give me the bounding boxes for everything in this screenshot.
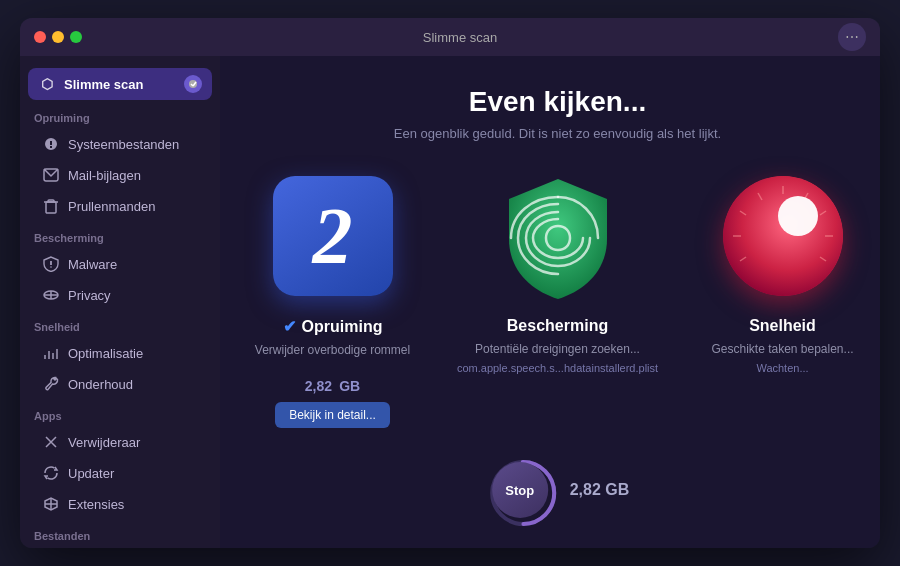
snelheid-icon-wrap [718,171,848,301]
close-button[interactable] [34,31,46,43]
prullenmanden-icon [42,197,60,215]
updater-icon [42,464,60,482]
sidebar-item-prullenmanden[interactable]: Prullenmanden [28,191,212,221]
stop-ring: Stop [486,456,554,524]
bescherming-icon [499,171,617,301]
traffic-lights [34,31,82,43]
snelheid-card-name: Snelheid [749,317,816,335]
updater-label: Updater [68,466,114,481]
mail-bijlagen-label: Mail-bijlagen [68,168,141,183]
section-opruiming: Opruiming [20,102,220,128]
sidebar-item-optimalisatie[interactable]: Optimalisatie [28,338,212,368]
stop-button[interactable]: Stop [492,462,548,518]
section-snelheid: Snelheid [20,311,220,337]
svg-point-31 [778,196,818,236]
content-area: ⬡ Slimme scan Opruiming Systeembestanden… [20,56,880,548]
bescherming-card-name: Bescherming [507,317,608,335]
sidebar-item-privacy[interactable]: Privacy [28,280,212,310]
sidebar-item-updater[interactable]: Updater [28,458,212,488]
malware-icon [42,255,60,273]
sidebar-item-slimme-scan[interactable]: ⬡ Slimme scan [28,68,212,100]
verwijderaar-icon [42,433,60,451]
optimalisatie-icon [42,344,60,362]
onderhoud-label: Onderhoud [68,377,133,392]
window-title: Slimme scan [82,30,838,45]
sidebar-item-malware[interactable]: Malware [28,249,212,279]
opruiming-check-icon: ✔ [283,317,296,336]
opruiming-card: 2 ✔ Opruiming Verwijder overbodige romme… [240,171,425,428]
malware-label: Malware [68,257,117,272]
titlebar: Slimme scan ⋯ [20,18,880,56]
sidebar-item-systeembestanden[interactable]: Systeembestanden [28,129,212,159]
maximize-button[interactable] [70,31,82,43]
opruiming-card-desc: Verwijder overbodige rommel [255,342,410,359]
scan-icon: ⬡ [38,75,56,93]
section-apps: Apps [20,400,220,426]
svg-point-7 [50,266,52,268]
minimize-button[interactable] [52,31,64,43]
prullenmanden-label: Prullenmanden [68,199,155,214]
opruiming-size: 2,82 GB [305,367,360,398]
bescherming-card: Bescherming Potentiële dreigingen zoeken… [465,171,650,384]
snelheid-card-desc: Geschikte taken bepalen... Wachten... [711,341,853,376]
opruiming-icon-wrap: 2 [268,171,398,301]
main-content: Even kijken... Een ogenblik geduld. Dit … [220,56,880,548]
extensies-icon [42,495,60,513]
opruiming-detail-button[interactable]: Bekijk in detail... [275,402,390,428]
extensies-label: Extensies [68,497,124,512]
active-badge [184,75,202,93]
opruiming-icon: 2 [273,176,393,296]
mail-icon [42,166,60,184]
app-window: Slimme scan ⋯ ⬡ Slimme scan Opruiming Sy… [20,18,880,548]
onderhoud-icon [42,375,60,393]
sidebar-item-mail-bijlagen[interactable]: Mail-bijlagen [28,160,212,190]
snelheid-card: Snelheid Geschikte taken bepalen... Wach… [690,171,875,384]
optimalisatie-label: Optimalisatie [68,346,143,361]
scan-cards: 2 ✔ Opruiming Verwijder overbodige romme… [240,171,875,428]
privacy-icon [42,286,60,304]
sidebar: ⬡ Slimme scan Opruiming Systeembestanden… [20,56,220,548]
opruiming-card-name: ✔ Opruiming [283,317,383,336]
section-bescherming: Bescherming [20,222,220,248]
page-subtitle: Een ogenblik geduld. Dit is niet zo eenv… [394,126,721,141]
systeembestanden-label: Systeembestanden [68,137,179,152]
sidebar-item-extensies[interactable]: Extensies [28,489,212,519]
svg-point-0 [189,80,197,88]
sidebar-item-onderhoud[interactable]: Onderhoud [28,369,212,399]
opruiming-number: 2 [313,196,353,276]
stop-size-label: 2,82 GB [570,481,630,499]
bescherming-card-desc: Potentiële dreigingen zoeken... com.appl… [457,341,658,376]
sidebar-item-verwijderaar[interactable]: Verwijderaar [28,427,212,457]
snelheid-icon [723,176,843,296]
bescherming-icon-wrap [493,171,623,301]
section-bestanden: Bestanden [20,520,220,546]
svg-rect-4 [46,202,56,213]
privacy-label: Privacy [68,288,111,303]
verwijderaar-label: Verwijderaar [68,435,140,450]
sidebar-active-label: Slimme scan [64,77,144,92]
page-title: Even kijken... [469,86,646,118]
stop-area: Stop 2,82 GB [486,456,630,524]
systeembestanden-icon [42,135,60,153]
sidebar-item-ruimtezoeker[interactable]: Ruimtezoeker [28,547,212,548]
menu-dots-button[interactable]: ⋯ [838,23,866,51]
